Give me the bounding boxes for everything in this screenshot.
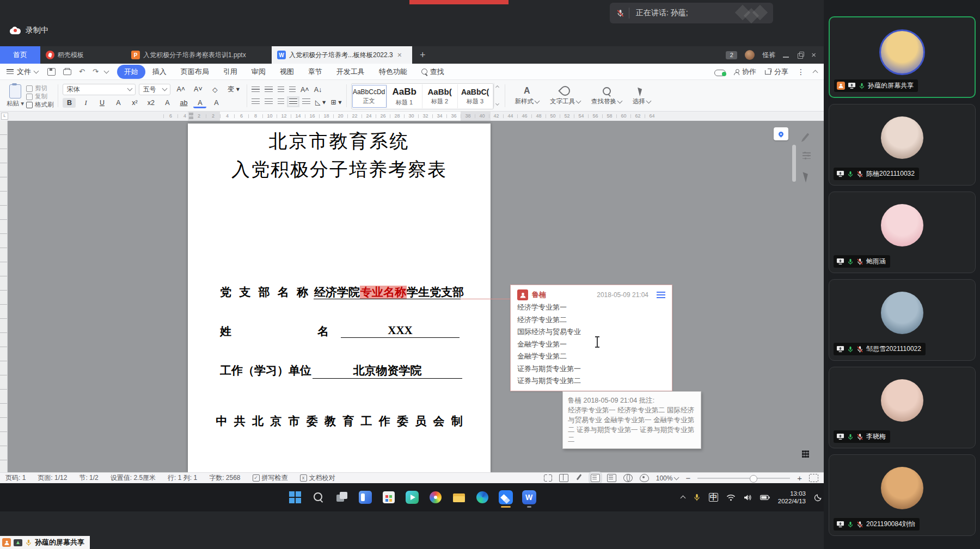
media-player-icon[interactable]: [405, 490, 419, 504]
participant-tile[interactable]: 邹思雪2021110022: [829, 279, 976, 361]
collapse-ribbon-icon[interactable]: [813, 70, 818, 75]
close-tab-icon[interactable]: ×: [397, 51, 402, 59]
volume-icon[interactable]: [744, 494, 752, 501]
restore-button[interactable]: [797, 52, 804, 58]
participant-tile[interactable]: 陈楠2021110032: [829, 104, 976, 186]
font-name-select[interactable]: 宋体: [63, 84, 136, 95]
outline-view-icon[interactable]: [607, 474, 616, 482]
pinyin-button[interactable]: 变 ▾: [225, 84, 242, 95]
wps-tab-doc[interactable]: 入党积极分子培养考...板终板2022.3×: [272, 46, 412, 64]
do-not-disturb-moon-icon[interactable]: [814, 494, 822, 502]
print-icon[interactable]: [63, 69, 71, 75]
pointer-tool-icon[interactable]: [803, 170, 812, 183]
indent-marker[interactable]: [189, 113, 193, 119]
widgets-icon[interactable]: [358, 490, 372, 504]
redo-icon[interactable]: ↷: [93, 67, 99, 76]
navigation-pin-button[interactable]: [774, 127, 788, 140]
zoom-slider-knob[interactable]: [750, 475, 757, 483]
ribbon-tab-章节[interactable]: 章节: [301, 65, 329, 79]
taskbar-clock[interactable]: 13:032022/4/13: [778, 490, 806, 505]
ribbon-tab-视图[interactable]: 视图: [273, 65, 301, 79]
battery-icon[interactable]: [760, 495, 770, 501]
file-menu[interactable]: 文件: [7, 67, 38, 77]
fit-page-icon[interactable]: [809, 474, 818, 482]
superscript-button[interactable]: x²: [128, 98, 141, 108]
store-icon[interactable]: [382, 490, 396, 504]
text-tools-button[interactable]: 文字工具: [544, 83, 586, 109]
style-标题 2[interactable]: AaBb(标题 2: [422, 84, 458, 108]
shading-button[interactable]: ◺ ▾: [315, 98, 326, 106]
print-layout-icon[interactable]: [591, 474, 600, 482]
minimize-button[interactable]: [783, 52, 789, 58]
ribbon-tab-开始[interactable]: 开始: [117, 65, 145, 79]
close-button[interactable]: ×: [811, 52, 816, 58]
doc-proof-toggle[interactable]: x文档校对: [300, 473, 335, 483]
participant-tile[interactable]: 鲍雨涵: [829, 192, 976, 273]
wps-tab-docer[interactable]: 稻壳模板: [40, 46, 126, 64]
zoom-slider[interactable]: [697, 478, 790, 479]
line-spacing-icon[interactable]: [302, 98, 310, 105]
comment-card[interactable]: 鲁楠 2018-05-09 21:04 经济学专业第一经济学专业第二国际经济与贸…: [510, 285, 672, 391]
tray-expand-icon[interactable]: [680, 496, 685, 501]
search-icon[interactable]: [311, 490, 326, 504]
collaborate-button[interactable]: 协作: [734, 67, 756, 77]
underline-button[interactable]: U: [95, 98, 108, 108]
font-color-a-button[interactable]: A: [112, 98, 125, 108]
vertical-ruler[interactable]: [0, 121, 8, 472]
quick-access-chevron-icon[interactable]: [103, 68, 109, 73]
ribbon-tab-插入[interactable]: 插入: [145, 65, 174, 79]
align-right-icon[interactable]: [278, 98, 284, 105]
adjust-sliders-icon[interactable]: [803, 152, 811, 159]
status-item[interactable]: 设置值: 2.5厘米: [111, 473, 156, 483]
share-button[interactable]: 分享: [765, 67, 788, 77]
comment-menu-icon[interactable]: [657, 292, 665, 298]
char-border-button[interactable]: A: [161, 98, 174, 108]
justify-icon[interactable]: [289, 98, 297, 105]
style-gallery-scroll[interactable]: [494, 83, 500, 107]
font-size-select[interactable]: 五号: [139, 84, 170, 95]
copy-button[interactable]: 复制: [26, 92, 54, 101]
clear-format-button[interactable]: ◇: [209, 84, 222, 95]
account-name[interactable]: 怪裤: [762, 51, 775, 60]
align-left-icon[interactable]: [252, 98, 260, 105]
save-icon[interactable]: [47, 68, 56, 76]
highlight-button[interactable]: A: [210, 98, 223, 108]
shrink-font-button[interactable]: A˅: [191, 84, 205, 94]
grid-view-icon[interactable]: [802, 451, 809, 458]
bullets-icon[interactable]: [252, 87, 260, 93]
find-replace-button[interactable]: 查找替换: [586, 83, 627, 109]
participant-tile[interactable]: 李晓梅: [829, 367, 976, 448]
status-item[interactable]: 节: 1/2: [79, 473, 98, 483]
file-explorer-icon[interactable]: [452, 490, 466, 504]
window-count-badge[interactable]: 2: [726, 51, 737, 59]
wps-tab-ppt[interactable]: 入党积极分子培养考察表培训1.pptx: [126, 46, 272, 64]
new-tab-button[interactable]: +: [420, 46, 426, 64]
undo-icon[interactable]: ↶: [79, 67, 85, 76]
start-icon[interactable]: [288, 490, 302, 504]
format-painter-button[interactable]: 格式刷: [26, 101, 54, 109]
bold-button[interactable]: B: [63, 98, 76, 108]
vertical-scrollbar[interactable]: [792, 145, 796, 182]
sort-button[interactable]: A↓: [314, 86, 322, 94]
numbering-icon[interactable]: [265, 87, 273, 93]
cut-button[interactable]: 剪切: [26, 84, 54, 92]
document-page[interactable]: 北京市教育系统 入党积极分子培养考察表 党 支 部 名 称经济学院专业名称学生党…: [188, 124, 491, 472]
zoom-in-button[interactable]: +: [797, 473, 802, 483]
wps-icon[interactable]: [522, 490, 536, 504]
ribbon-tab-引用[interactable]: 引用: [216, 65, 244, 79]
style-标题 3[interactable]: AaBbC(标题 3: [458, 84, 493, 108]
grow-font-button[interactable]: A˄: [174, 84, 188, 94]
status-item[interactable]: 字数: 2568: [209, 473, 240, 483]
indent-increase-icon[interactable]: [289, 87, 296, 93]
tab-stop-selector[interactable]: L: [1, 113, 8, 120]
participant-tile[interactable]: 2021190084刘怡: [829, 454, 976, 536]
participant-tile[interactable]: 孙蕴的屏幕共享: [829, 16, 976, 98]
select-button[interactable]: 选择: [627, 83, 656, 109]
italic-button[interactable]: I: [79, 98, 92, 108]
ribbon-tab-页面布局[interactable]: 页面布局: [174, 65, 216, 79]
ribbon-tab-开发工具[interactable]: 开发工具: [329, 65, 372, 79]
subscript-button[interactable]: x2: [144, 98, 157, 108]
horizontal-ruler[interactable]: 6422468101214161820222426283032343638404…: [0, 112, 824, 121]
zoom-level[interactable]: 100%: [656, 474, 679, 482]
ribbon-tab-特色功能[interactable]: 特色功能: [372, 65, 414, 79]
